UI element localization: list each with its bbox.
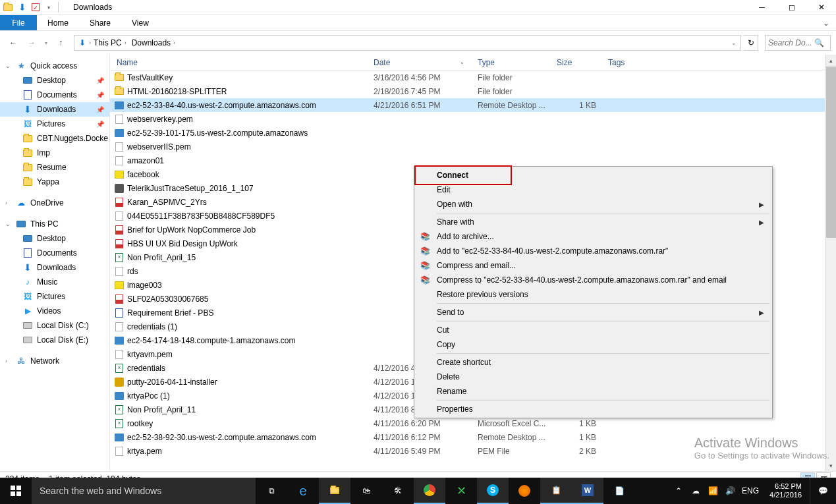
col-size[interactable]: Size [550,58,601,67]
menu-create-shortcut[interactable]: Create shortcut [416,355,771,370]
file-row[interactable]: ec2-52-33-84-40.us-west-2.compute.amazon… [110,98,825,112]
maximize-button[interactable]: ◻ [777,0,806,15]
address-bar[interactable]: ⬇ › This PC › Downloads › ⌄ [74,35,741,51]
vertical-scrollbar[interactable]: ▴ ▾ [825,55,836,471]
sidebar-this-pc[interactable]: ⌄This PC [0,217,109,231]
sidebar-item[interactable]: Desktop [0,231,109,246]
taskbar-app1[interactable]: 📋 [540,478,572,504]
sidebar-item[interactable]: ♪Music [0,275,109,289]
menu-add-archive[interactable]: 📚Add to archive... [416,229,771,244]
ribbon-tab-home[interactable]: Home [37,15,79,30]
breadcrumb-thispc[interactable]: This PC › [91,38,129,47]
sidebar-item[interactable]: ⬇Downloads📌 [0,102,109,117]
sidebar-quick-access[interactable]: ⌄★Quick access [0,59,109,73]
file-row[interactable]: krtya.pem4/11/2016 5:49 PMPEM File2 KB [110,444,825,458]
sidebar-item[interactable]: Documents [0,246,109,260]
col-tags[interactable]: Tags [601,58,825,67]
menu-add-rar[interactable]: 📚Add to "ec2-52-33-84-40.us-west-2.compu… [416,244,771,258]
svg-rect-3 [16,491,21,496]
nav-recent-dropdown[interactable]: ▾ [42,35,50,51]
file-row[interactable]: TestVaultKey3/16/2016 4:56 PMFile folder [110,70,825,84]
tray-volume-icon[interactable]: 🔊 [725,486,735,496]
sidebar-item[interactable]: CBT.Nuggets.Docke [0,131,109,146]
taskbar-vscode[interactable]: ✕ [445,478,477,504]
action-center-button[interactable]: 💬 [810,478,836,504]
sidebar-item[interactable]: 🖼Pictures📌 [0,117,109,131]
sidebar-item[interactable]: Local Disk (E:) [0,333,109,347]
qat-more-icon[interactable]: ▾ [43,2,54,13]
tray-overflow-icon[interactable]: ⌃ [673,486,684,496]
start-button[interactable] [0,478,32,504]
qat-checkbox-icon[interactable]: ✓ [32,3,40,11]
sidebar-network[interactable]: ›🖧Network [0,354,109,368]
tray-onedrive-icon[interactable]: ☁ [690,486,701,496]
col-name[interactable]: Name [110,58,367,67]
tray-language[interactable]: ENG [742,486,759,495]
taskbar-devtools[interactable]: 🛠 [382,478,414,504]
file-row[interactable]: xrootkey4/11/2016 6:20 PMMicrosoft Excel… [110,416,825,430]
menu-restore-versions[interactable]: Restore previous versions [416,287,771,302]
sidebar-item[interactable]: Imp [0,146,109,160]
sidebar-item[interactable]: Documents📌 [0,88,109,102]
menu-compress-rar-email[interactable]: 📚Compress to "ec2-52-33-84-40.us-west-2.… [416,273,771,287]
sidebar-item[interactable]: Local Disk (C:) [0,318,109,333]
sidebar-item[interactable]: Resume [0,160,109,175]
taskbar-store[interactable]: 🛍 [350,478,382,504]
scrollbar-thumb[interactable] [826,67,836,238]
nav-back-button[interactable]: ← [5,35,21,51]
sidebar-item[interactable]: ▶Videos [0,304,109,318]
ribbon-file-tab[interactable]: File [0,15,37,30]
col-type[interactable]: Type [471,58,550,67]
menu-compress-email[interactable]: 📚Compress and email... [416,258,771,273]
taskbar-word[interactable]: W [572,478,603,504]
close-button[interactable]: ✕ [806,0,836,15]
breadcrumb-downloads[interactable]: Downloads › [129,38,178,47]
menu-delete[interactable]: Delete [416,370,771,384]
ribbon-tab-share[interactable]: Share [79,15,121,30]
nav-up-button[interactable]: ↑ [53,35,69,51]
taskbar-search[interactable]: Search the web and Windows [32,478,256,504]
file-name: webserverkey.pem [127,115,193,124]
menu-connect[interactable]: Connect [416,168,771,182]
sidebar-item[interactable]: ⬇Downloads [0,260,109,275]
ribbon-tab-view[interactable]: View [121,15,159,30]
menu-cut[interactable]: Cut [416,323,771,337]
tray-clock[interactable]: 6:52 PM 4/21/2016 [766,482,806,499]
taskbar-skype[interactable]: S [477,478,509,504]
menu-share-with[interactable]: Share with▶ [416,215,771,229]
taskbar-chrome[interactable] [414,478,445,504]
doc-icon [114,308,125,318]
file-row[interactable]: ec2-52-38-92-30.us-west-2.compute.amazon… [110,430,825,444]
menu-send-to[interactable]: Send to▶ [416,305,771,320]
taskbar-app2[interactable]: 📄 [603,478,635,504]
refresh-button[interactable]: ↻ [744,35,758,51]
taskbar-explorer[interactable] [319,478,350,504]
sidebar-item[interactable]: 🖼Pictures [0,289,109,304]
sidebar-item[interactable]: Yappa [0,175,109,189]
qat-dropdown-icon[interactable]: ⬇ [17,2,28,13]
sidebar-item[interactable]: Desktop📌 [0,73,109,88]
menu-rename[interactable]: Rename [416,384,771,399]
ribbon-expand-icon[interactable]: ⌄ [816,15,836,30]
address-dropdown-icon[interactable]: ⌄ [731,40,739,46]
file-name: Non Profit_April_11 [127,405,196,414]
taskbar-firefox[interactable] [509,478,540,504]
tray-network-icon[interactable]: 📶 [708,486,718,496]
nav-forward-button[interactable]: → [24,35,40,51]
search-box[interactable]: 🔍 [765,35,831,51]
menu-edit[interactable]: Edit [416,182,771,197]
taskbar-edge[interactable]: e [287,478,319,504]
file-row[interactable]: amazon01 [110,154,825,167]
menu-copy[interactable]: Copy [416,337,771,352]
file-row[interactable]: webserverIIS.pem [110,140,825,154]
minimize-button[interactable]: ─ [747,0,777,15]
file-row[interactable]: HTML-20160218-SPLITTER2/18/2016 7:45 PMF… [110,84,825,98]
menu-open-with[interactable]: Open with▶ [416,197,771,211]
search-input[interactable] [768,38,814,47]
file-row[interactable]: webserverkey.pem [110,112,825,126]
task-view-button[interactable]: ⧉ [256,478,287,504]
col-date[interactable]: Date⌄ [367,58,471,67]
sidebar-onedrive[interactable]: ›☁OneDrive [0,196,109,210]
file-row[interactable]: ec2-52-39-101-175.us-west-2.compute.amaz… [110,126,825,140]
menu-properties[interactable]: Properties [416,402,771,416]
